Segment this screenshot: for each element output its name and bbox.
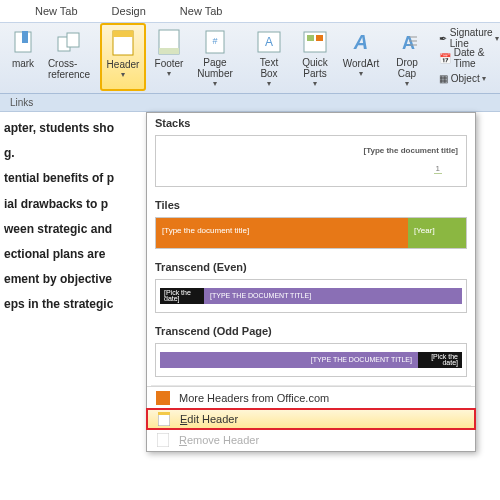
svg-rect-3 [67, 33, 79, 47]
gallery-heading-tiles: Tiles [147, 195, 475, 213]
quickparts-button[interactable]: Quick Parts ▾ [292, 23, 338, 91]
header-icon [109, 29, 137, 57]
tiles-year-placeholder: [Year] [408, 218, 466, 248]
wordart-label: WordArt [343, 58, 380, 69]
header-gallery-panel: Stacks [Type the document title] 1 Tiles… [146, 112, 476, 452]
gallery-item-transcend-odd[interactable]: [TYPE THE DOCUMENT TITLE] [Pick the date… [155, 343, 467, 377]
dropcap-icon: A [393, 28, 421, 55]
office-icon [155, 390, 171, 406]
gallery-heading-transcend-even: Transcend (Even) [147, 257, 475, 275]
header-label: Header [107, 59, 140, 70]
svg-rect-5 [113, 31, 133, 37]
teven-title-placeholder: [TYPE THE DOCUMENT TITLE] [204, 288, 462, 304]
bookmark-label: mark [12, 58, 34, 69]
chevron-down-icon: ▾ [267, 79, 271, 88]
chevron-down-icon: ▾ [167, 69, 171, 78]
page-icon [156, 411, 172, 427]
object-button[interactable]: ▦ Object ▾ [434, 68, 500, 88]
chevron-down-icon: ▾ [313, 79, 317, 88]
chevron-down-icon: ▾ [405, 79, 409, 88]
footer-label: Footer [155, 58, 184, 69]
gallery-heading-stacks: Stacks [147, 113, 475, 131]
gallery-item-transcend-even[interactable]: [Pick the date] [TYPE THE DOCUMENT TITLE… [155, 279, 467, 313]
tab-newtab-2[interactable]: New Tab [163, 0, 240, 22]
links-group-label: Links [0, 94, 500, 112]
menu-edit-header[interactable]: EEdit Headerdit Header [146, 408, 476, 430]
teven-date-placeholder: [Pick the date] [160, 288, 204, 304]
bookmark-button[interactable]: mark [0, 23, 46, 91]
datetime-label: Date & Time [454, 47, 500, 69]
tab-design[interactable]: Design [95, 0, 163, 22]
menu-more-headers[interactable]: More Headers from Office.com [147, 387, 475, 409]
object-icon: ▦ [439, 73, 448, 84]
pagenum-button[interactable]: # Page Number ▾ [192, 23, 238, 91]
menu-more-label: More Headers from Office.com [179, 392, 329, 404]
svg-rect-13 [307, 35, 314, 41]
header-button[interactable]: Header ▾ [100, 23, 146, 91]
svg-text:A: A [265, 35, 273, 49]
tiles-title-placeholder: [Type the document title] [156, 218, 408, 248]
crossref-icon [55, 28, 83, 56]
textbox-icon: A [255, 28, 283, 55]
stacks-page-number: 1 [434, 164, 442, 174]
sigline-button[interactable]: ✒ Signature Line ▾ [434, 28, 500, 48]
todd-date-placeholder: [Pick the date] [418, 352, 462, 368]
crossref-button[interactable]: Cross-reference [46, 23, 92, 91]
svg-rect-23 [157, 433, 169, 447]
bookmark-icon [9, 28, 37, 56]
svg-text:A: A [353, 31, 368, 53]
wordart-button[interactable]: A WordArt ▾ [338, 23, 384, 91]
datetime-icon: 📅 [439, 53, 451, 64]
datetime-button[interactable]: 📅 Date & Time [434, 48, 500, 68]
gallery-item-stacks[interactable]: [Type the document title] 1 [155, 135, 467, 187]
svg-rect-22 [158, 412, 170, 415]
svg-rect-1 [22, 31, 28, 43]
textbox-label: Text Box [260, 57, 278, 79]
dropcap-label: Drop Cap [396, 57, 418, 79]
dropcap-button[interactable]: A Drop Cap ▾ [384, 23, 430, 91]
quickparts-label: Quick Parts [302, 57, 328, 79]
header-menu: More Headers from Office.com EEdit Heade… [147, 386, 475, 451]
svg-text:#: # [212, 36, 217, 46]
object-label: Object [451, 73, 480, 84]
pagenum-label: Page Number [197, 57, 233, 79]
signature-icon: ✒ [439, 33, 447, 44]
menu-remove-header[interactable]: Remove HeaderRemove Header [147, 429, 475, 451]
wordart-icon: A [347, 28, 375, 56]
textbox-button[interactable]: A Text Box ▾ [246, 23, 292, 91]
svg-rect-20 [156, 391, 170, 405]
tab-newtab-1[interactable]: New Tab [18, 0, 95, 22]
sigline-label: Signature Line [450, 27, 493, 49]
page-icon [155, 432, 171, 448]
todd-title-placeholder: [TYPE THE DOCUMENT TITLE] [160, 352, 418, 368]
svg-rect-7 [159, 48, 179, 54]
stacks-title-placeholder: [Type the document title] [363, 146, 458, 155]
footer-icon [155, 28, 183, 56]
gallery-item-tiles[interactable]: [Type the document title] [Year] [155, 217, 467, 249]
chevron-down-icon: ▾ [121, 70, 125, 79]
svg-rect-14 [316, 35, 323, 41]
menu-remove-label: Remove HeaderRemove Header [179, 434, 259, 446]
quickparts-icon [301, 28, 329, 55]
gallery-heading-transcend-odd: Transcend (Odd Page) [147, 321, 475, 339]
chevron-down-icon: ▾ [213, 79, 217, 88]
crossref-label: Cross-reference [48, 58, 90, 80]
svg-text:A: A [402, 33, 415, 53]
footer-button[interactable]: Footer ▾ [146, 23, 192, 91]
tab-bar: New Tab Design New Tab [0, 0, 500, 22]
chevron-down-icon: ▾ [359, 69, 363, 78]
ribbon: mark Cross-reference Header ▾ Footer ▾ #… [0, 22, 500, 94]
pagenum-icon: # [201, 28, 229, 55]
menu-edit-label: EEdit Headerdit Header [180, 413, 238, 425]
